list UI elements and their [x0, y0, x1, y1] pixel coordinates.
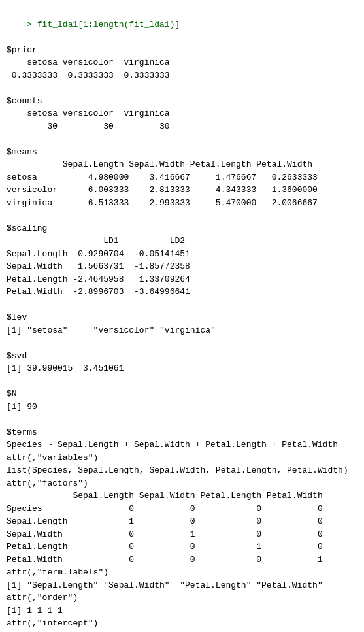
terminal-content: > fit_lda1[1:length(fit_lda1)]	[7, 5, 357, 44]
terminal-window: > fit_lda1[1:length(fit_lda1)] $prior se…	[7, 5, 357, 632]
prompt-line: > fit_lda1[1:length(fit_lda1)]	[27, 20, 180, 29]
output-content: $prior setosa versicolor virginica 0.333…	[7, 44, 357, 633]
